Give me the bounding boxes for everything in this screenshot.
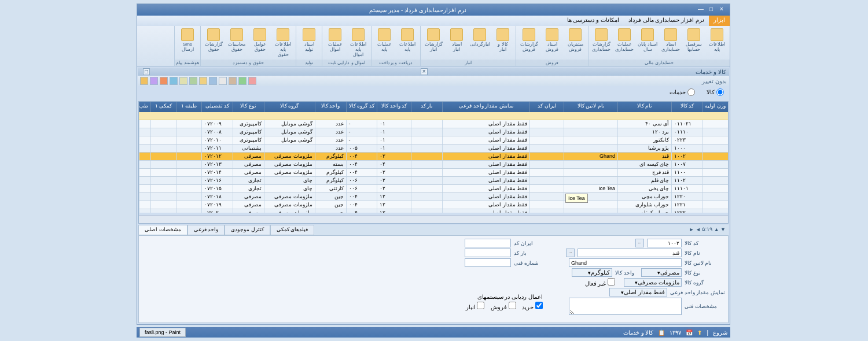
- table-row[interactable]: ۱۱۰۲چای قلمفقط مقدار اصلی۰۲۰۰۶کیلوگرمچای…: [139, 177, 728, 185]
- minimize-icon[interactable]: —: [697, 6, 705, 14]
- col-header[interactable]: واحد کالا: [315, 102, 346, 112]
- inp-latin[interactable]: [569, 258, 682, 267]
- inp-code[interactable]: [647, 239, 682, 247]
- ribbon-button[interactable]: اطلاعات پایهاموال: [347, 27, 370, 58]
- tool-icon[interactable]: [229, 77, 237, 85]
- col-header[interactable]: نوع کالا: [233, 102, 264, 112]
- ribbon-button[interactable]: عملیاتحسابداری: [613, 27, 636, 58]
- ribbon-button[interactable]: انبارگردانی: [468, 27, 491, 58]
- col-header[interactable]: کد گروه کالا: [346, 102, 377, 112]
- tab-stock[interactable]: کنترل موجودی: [225, 225, 270, 235]
- inp-name[interactable]: [578, 249, 682, 257]
- ribbon-button[interactable]: مشتریانفروش: [564, 27, 587, 58]
- menu-tab-main[interactable]: نرم افزار حسابداری مالی فرداد: [624, 16, 709, 26]
- menu-tab-access[interactable]: امکانات و دسترسی ها: [562, 16, 624, 26]
- tool-icon[interactable]: [238, 77, 247, 85]
- h-scrollbar[interactable]: [139, 215, 728, 223]
- ribbon-button[interactable]: گزارشاتانبار: [422, 27, 445, 58]
- radio-goods[interactable]: کالا: [707, 88, 724, 96]
- maximize-icon[interactable]: □: [707, 6, 715, 14]
- tool-icon[interactable]: [150, 77, 158, 85]
- data-grid[interactable]: وزن اولیهکد کالانام کالانام لاتین کالاای…: [138, 101, 729, 224]
- ribbon-button[interactable]: Smsارسال: [176, 27, 199, 58]
- ribbon-button[interactable]: اسنادتولید: [297, 27, 321, 58]
- btn-lookup[interactable]: ...: [566, 249, 575, 257]
- col-header[interactable]: طب: [139, 102, 150, 112]
- tool-icon[interactable]: [199, 77, 207, 85]
- table-row[interactable]: ۱۲۲۰جوراب مچیفقط مقدار اصلی۱۲۰۰۴جینملزوم…: [139, 193, 728, 201]
- dd-unit[interactable]: کیلوگرم ▾: [572, 268, 612, 277]
- tool-icon[interactable]: [209, 77, 217, 85]
- taskbar-caption[interactable]: fasli.png - Paint: [139, 328, 186, 337]
- col-header[interactable]: طبقه ۱: [176, 102, 201, 112]
- col-header[interactable]: گروه کالا: [264, 102, 315, 112]
- tool-icon[interactable]: [160, 77, 168, 85]
- tool-icon[interactable]: [179, 77, 187, 85]
- inp-bar[interactable]: [465, 249, 511, 257]
- col-header[interactable]: کد کالا: [671, 102, 703, 112]
- inp-iran[interactable]: [465, 239, 511, 247]
- table-row[interactable]: ۱۰۰۲قندGhandفقط مقدار اصلی۰۲۰۰۴کیلوگرممل…: [139, 153, 728, 161]
- ribbon-button[interactable]: گزارشاتحسابداری: [590, 27, 613, 58]
- tool-icon[interactable]: [248, 77, 256, 85]
- dd-type[interactable]: مصرفی ▾: [641, 268, 682, 277]
- menu-tab-tools[interactable]: ابزار: [709, 16, 730, 26]
- tab-main[interactable]: مشخصات اصلی: [138, 225, 187, 235]
- col-header[interactable]: وزن اولیه: [703, 102, 728, 112]
- ribbon-button[interactable]: اطلاعات پایهحقوق: [271, 27, 295, 58]
- chk-stock[interactable]: انبار: [466, 304, 485, 310]
- ribbon-button[interactable]: عملیاتاموال: [323, 27, 347, 58]
- ribbon-button[interactable]: اسناد پایانسال: [636, 27, 659, 58]
- grid-body[interactable]: ۰۱۱۰۲۱آی سی ۴۰فقط مقدار اصلی۰۱-عددگوشی م…: [139, 120, 728, 213]
- ribbon-button[interactable]: اطلاعاتپایه: [396, 27, 419, 58]
- table-row[interactable]: ۱۱۰۰قند فرجفقط مقدار اصلی۰۲۰۰۴کیلوگرمملز…: [139, 169, 728, 177]
- inp-ser[interactable]: [465, 258, 511, 267]
- chk-sell[interactable]: فروش: [491, 304, 516, 310]
- tool-icon[interactable]: [189, 77, 197, 85]
- inp-tech[interactable]: [569, 298, 682, 315]
- table-row[interactable]: ۰۱۱۱۰برد ۱۲۰فقط مقدار اصلی۰۱-عددگوشی موب…: [139, 128, 728, 136]
- table-row[interactable]: ۱۲۲۱جوراب شلواریفقط مقدار اصلی۱۲۰۰۴جینمل…: [139, 201, 728, 209]
- tool-icon[interactable]: [170, 77, 178, 85]
- ribbon-button[interactable]: عواملحقوق: [248, 27, 271, 58]
- tab-subunit[interactable]: واحد فرعی: [187, 225, 225, 235]
- col-header[interactable]: کد واحد کالا: [377, 102, 411, 112]
- ribbon-button[interactable]: اسنادانبار: [445, 27, 468, 58]
- col-header[interactable]: نمایش مقدار واحد فرعی: [442, 102, 529, 112]
- table-row[interactable]: ۱۲۲۲جوراب کوتاهفقط مقدار اصلی۱۲۰۰۴جینملز…: [139, 209, 728, 213]
- status-start[interactable]: شروع: [713, 329, 727, 336]
- ribbon-button[interactable]: کالا وانبار: [491, 27, 514, 58]
- ribbon-button[interactable]: سرفصلحسابها: [682, 27, 705, 58]
- table-row[interactable]: ۰۱۱۰۲۱آی سی ۴۰فقط مقدار اصلی۰۱-عددگوشی م…: [139, 120, 728, 128]
- table-row[interactable]: ۱۰۰۰پژو پرشیافقط مقدار اصلی۰۱۰۰۵عددپشتیب…: [139, 144, 728, 153]
- col-header[interactable]: ایران کد: [529, 102, 564, 112]
- dd-group[interactable]: ملزومات مصرفی ▾: [624, 278, 682, 287]
- chk-inactive[interactable]: غیر فعال: [585, 278, 615, 287]
- chk-buy[interactable]: خرید: [522, 304, 543, 310]
- sub-close-icon[interactable]: ×: [421, 68, 428, 75]
- ribbon-button[interactable]: گزارشاتفروش: [517, 27, 540, 58]
- grid-filter-row[interactable]: [139, 112, 728, 120]
- radio-services[interactable]: خدمات: [670, 88, 695, 96]
- col-header[interactable]: نام لاتین کالا: [564, 102, 617, 112]
- status-win[interactable]: کالا و خدمات: [623, 329, 654, 336]
- col-header[interactable]: کد تفضیلی: [201, 102, 233, 112]
- col-header[interactable]: کمکی ۱: [150, 102, 176, 112]
- btn-lookup[interactable]: ...: [635, 239, 644, 247]
- ribbon-button[interactable]: گزارشاتحقوق: [202, 27, 225, 58]
- table-row[interactable]: ۱۱۱۰۱چای یخیIce Teaفقط مقدار اصلی۰۲۰۰۶کا…: [139, 185, 728, 193]
- tool-icon[interactable]: [219, 77, 227, 85]
- col-header[interactable]: بار کد: [411, 102, 442, 112]
- tab-helper[interactable]: فیلدهای کمکی: [270, 225, 315, 235]
- dd-sub[interactable]: فقط مقدار اصلی ▾: [609, 288, 667, 296]
- ribbon-button[interactable]: اطلاعاتپایه: [705, 27, 729, 58]
- table-row[interactable]: ۰۲۲۳کانکتورفقط مقدار اصلی۰۱-عددگوشی موبا…: [139, 136, 728, 144]
- ribbon-button[interactable]: محاسباتحقوق: [225, 27, 248, 58]
- ribbon-button[interactable]: اسنادفروش: [540, 27, 564, 58]
- ribbon-button[interactable]: عملیاتپایه: [373, 27, 396, 58]
- close-icon[interactable]: ×: [718, 6, 726, 14]
- ribbon-button[interactable]: اسنادحسابداری: [659, 27, 682, 58]
- col-header[interactable]: نام کالا: [617, 102, 671, 112]
- tool-icon[interactable]: [140, 77, 148, 85]
- table-row[interactable]: ۱۰۰۷چای کیسه ایفقط مقدار اصلی۰۴۰۰۴بستهمل…: [139, 161, 728, 169]
